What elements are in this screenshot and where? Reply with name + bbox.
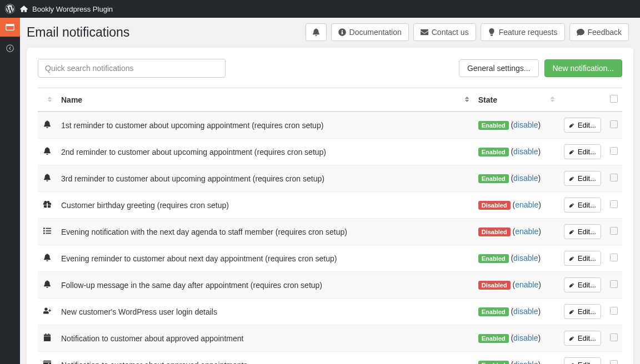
row-check [606, 192, 622, 219]
table-row: Follow-up message in the same day after … [38, 272, 622, 299]
row-checkbox[interactable] [610, 147, 618, 155]
state-badge: Disabled [478, 228, 511, 236]
row-type-icon [38, 139, 57, 165]
sort-icon[interactable] [47, 96, 52, 104]
edit-button[interactable]: Edit... [564, 331, 601, 346]
toggle-state-link[interactable]: enable [515, 200, 538, 209]
col-icon [38, 88, 57, 112]
edit-button[interactable]: Edit... [564, 118, 601, 133]
row-check [606, 112, 622, 139]
row-edit: Edit... [559, 325, 606, 352]
row-checkbox[interactable] [610, 120, 618, 128]
edit-button[interactable]: Edit... [564, 277, 601, 292]
header-buttons: Documentation Contact us Feature request… [306, 23, 629, 41]
row-check [606, 299, 622, 325]
row-edit: Edit... [559, 139, 606, 165]
row-type-icon [38, 245, 57, 272]
general-settings-button[interactable]: General settings... [459, 59, 539, 77]
row-checkbox[interactable] [610, 307, 618, 315]
row-check [606, 139, 622, 165]
row-checkbox[interactable] [610, 227, 618, 235]
row-checkbox[interactable] [610, 200, 618, 208]
toggle-state-link[interactable]: disable [513, 333, 538, 342]
row-type-icon [38, 219, 57, 245]
state-badge: Disabled [478, 281, 511, 290]
row-state: Enabled (disable) [474, 245, 559, 272]
notifications-bell-button[interactable] [306, 23, 327, 41]
table-row: Evening reminder to customer about next … [38, 245, 622, 272]
edit-button[interactable]: Edit... [564, 171, 601, 186]
toggle-state-link[interactable]: enable [515, 280, 538, 289]
new-notification-button[interactable]: New notification... [544, 59, 623, 77]
row-name: Notification to customer about approved … [57, 325, 474, 352]
row-checkbox[interactable] [610, 280, 618, 288]
row-edit: Edit... [559, 112, 606, 139]
toggle-state-link[interactable]: disable [513, 120, 538, 129]
select-all-checkbox[interactable] [610, 95, 618, 103]
table-row: 3rd reminder to customer about upcoming … [38, 165, 622, 192]
sidebar-item-bookly[interactable] [0, 18, 20, 37]
row-edit: Edit... [559, 299, 606, 325]
search-input[interactable] [38, 59, 226, 78]
edit-button[interactable]: Edit... [564, 304, 601, 319]
row-checkbox[interactable] [610, 174, 618, 181]
row-edit: Edit... [559, 272, 606, 299]
table-row: Customer birthday greeting (requires cro… [38, 192, 622, 219]
row-edit: Edit... [559, 219, 606, 245]
row-edit: Edit... [559, 165, 606, 192]
row-checkbox[interactable] [610, 360, 618, 364]
edit-button[interactable]: Edit... [564, 198, 601, 213]
edit-button[interactable]: Edit... [564, 144, 601, 159]
edit-button[interactable]: Edit... [564, 357, 601, 364]
col-name[interactable]: Name [57, 88, 474, 112]
row-name: New customer's WordPress user login deta… [57, 299, 474, 325]
edit-button[interactable]: Edit... [564, 251, 601, 266]
state-badge: Enabled [478, 307, 509, 316]
table-row: Evening notification with the next day a… [38, 219, 622, 245]
state-badge: Enabled [478, 148, 509, 156]
sort-icon[interactable] [550, 96, 555, 104]
row-type-icon [38, 352, 57, 365]
table-row: 2nd reminder to customer about upcoming … [38, 139, 622, 165]
row-state: Disabled (enable) [474, 219, 559, 245]
feature-requests-button[interactable]: Feature requests [481, 23, 565, 41]
wp-admin-bar[interactable]: Bookly Wordpress Plugin [0, 0, 640, 18]
row-state: Enabled (disable) [474, 325, 559, 352]
row-check [606, 352, 622, 365]
collapse-menu-icon[interactable] [0, 39, 20, 58]
row-checkbox[interactable] [610, 254, 618, 261]
row-check [606, 165, 622, 192]
toggle-state-link[interactable]: disable [513, 174, 538, 183]
notifications-panel: General settings... New notification... … [27, 48, 633, 364]
toggle-state-link[interactable]: enable [515, 227, 538, 236]
row-type-icon [38, 272, 57, 299]
contact-button[interactable]: Contact us [413, 23, 476, 41]
site-name[interactable]: Bookly Wordpress Plugin [32, 5, 113, 13]
toggle-state-link[interactable]: disable [513, 307, 538, 316]
feedback-button[interactable]: Feedback [569, 23, 629, 41]
row-type-icon [38, 165, 57, 192]
toggle-state-link[interactable]: disable [513, 147, 538, 156]
feedback-label: Feedback [588, 28, 622, 37]
edit-button[interactable]: Edit... [564, 224, 601, 239]
row-state: Enabled (disable) [474, 165, 559, 192]
row-state: Disabled (enable) [474, 192, 559, 219]
state-badge: Enabled [478, 254, 509, 263]
row-checkbox[interactable] [610, 333, 618, 341]
state-badge: Enabled [478, 361, 509, 364]
row-type-icon [38, 325, 57, 352]
home-icon[interactable] [20, 4, 29, 13]
wordpress-logo-icon[interactable] [4, 3, 16, 14]
contact-label: Contact us [432, 28, 469, 37]
documentation-button[interactable]: Documentation [331, 23, 409, 41]
sort-icon[interactable] [464, 96, 469, 104]
col-state[interactable]: State [474, 88, 559, 112]
row-state: Disabled (enable) [474, 272, 559, 299]
toggle-state-link[interactable]: disable [513, 254, 538, 262]
row-state: Enabled (disable) [474, 139, 559, 165]
row-name: 2nd reminder to customer about upcoming … [57, 139, 474, 165]
table-row: New customer's WordPress user login deta… [38, 299, 622, 325]
row-state: Enabled (disable) [474, 299, 559, 325]
toggle-state-link[interactable]: disable [513, 360, 538, 364]
row-type-icon [38, 112, 57, 139]
